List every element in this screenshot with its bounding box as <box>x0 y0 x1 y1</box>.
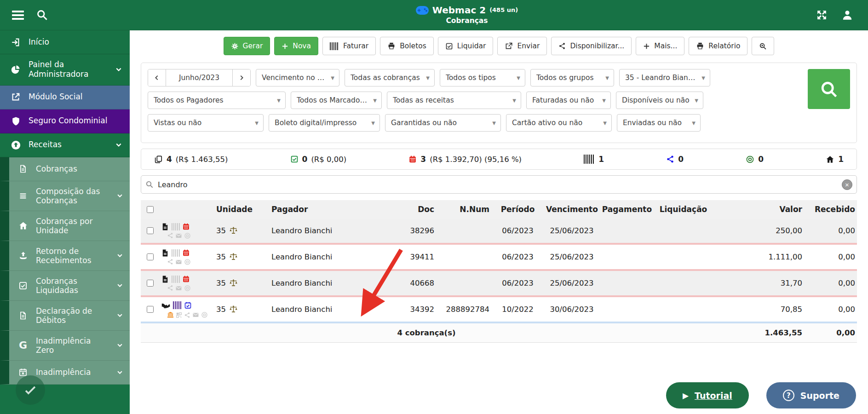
sidebar-item-inicio[interactable]: Início <box>0 30 130 54</box>
sidebar-item-modulo-social[interactable]: Módulo Social <box>0 86 130 109</box>
check-square-icon <box>445 42 453 50</box>
search-icon[interactable] <box>36 9 48 21</box>
sent-select[interactable]: Enviadas ou não▼ <box>617 114 701 132</box>
stat-shared: 0 <box>666 155 684 164</box>
envelope-icon[interactable] <box>175 232 182 239</box>
feedback-widget-button[interactable] <box>16 375 45 405</box>
table-row[interactable]: 35 Leandro Bianchi 38296 06/2023 25/06/2… <box>141 218 857 245</box>
scales-icon[interactable] <box>229 305 238 314</box>
row-checkbox[interactable] <box>147 253 154 260</box>
nova-button[interactable]: Nova <box>274 37 318 55</box>
select-all-checkbox[interactable] <box>147 206 154 213</box>
row-checkbox[interactable] <box>147 306 154 313</box>
valor-value: 70,85 <box>712 305 804 314</box>
eye-icon[interactable] <box>201 311 208 318</box>
suporte-button[interactable]: ? Suporte <box>766 382 856 408</box>
envelope-icon[interactable] <box>175 285 182 292</box>
eye-icon[interactable] <box>184 259 191 265</box>
user-icon[interactable] <box>841 9 853 21</box>
card-active-select[interactable]: Cartão ativo ou não▼ <box>506 114 612 132</box>
scales-icon[interactable] <box>229 253 238 261</box>
charges-select[interactable]: Todas as cobranças▼ <box>345 69 435 86</box>
sidebar-subitem-cobrancas-liquidadas[interactable]: Cobranças Liquidadas <box>0 271 130 301</box>
invoiced-select[interactable]: Faturadas ou não▼ <box>526 92 611 109</box>
groups-select[interactable]: Todos os grupos▼ <box>530 69 614 86</box>
sidebar-item-painel-administradora[interactable]: Painel da Administradora <box>0 54 130 86</box>
table-row[interactable]: 35 Leandro Bianchi 39411 06/2023 25/06/2… <box>141 245 857 271</box>
clear-search-button[interactable]: × <box>842 179 852 190</box>
qr-code-icon[interactable] <box>176 312 182 318</box>
advanced-search-button[interactable] <box>752 37 774 55</box>
caret-down-icon: ▼ <box>277 98 281 103</box>
sidebar-item-receitas[interactable]: Receitas <box>0 133 130 157</box>
caret-down-icon: ▼ <box>512 98 516 103</box>
envelope-icon[interactable] <box>192 311 199 318</box>
share-nodes-icon[interactable] <box>167 285 173 291</box>
tutorial-button[interactable]: ▶ Tutorial <box>666 382 749 408</box>
scales-icon[interactable] <box>229 279 238 288</box>
sidebar-subitem-inadimplencia-zero[interactable]: G Inadimplência Zero <box>0 331 130 361</box>
eye-icon[interactable] <box>184 285 191 292</box>
main-content: Gerar Nova Faturar Boletos Liquidar E <box>130 30 868 414</box>
col-pagamento: Pagamento <box>599 205 655 214</box>
sidebar-subitem-declaracao-debitos[interactable]: Declaração de Débitos <box>0 301 130 331</box>
unit-select[interactable]: 35 - Leandro Bianchi▼ <box>619 69 710 86</box>
disponibilizar-button[interactable]: Disponibilizar... <box>551 37 632 55</box>
send-icon <box>505 42 513 50</box>
envelope-icon[interactable] <box>175 259 182 265</box>
seen-select[interactable]: Vistas ou não▼ <box>148 114 264 132</box>
menu-icon[interactable] <box>12 11 24 20</box>
sidebar-subitem-label: Cobranças Liquidadas <box>36 276 109 295</box>
button-label: Enviar <box>517 42 540 50</box>
prev-month-button[interactable] <box>148 69 166 86</box>
file-icon <box>17 164 29 173</box>
calendar-icon <box>408 155 417 163</box>
eye-icon[interactable] <box>184 232 191 239</box>
sidebar-subitem-composicao-cobrancas[interactable]: Composição das Cobranças <box>0 181 130 211</box>
row-checkbox[interactable] <box>147 280 154 287</box>
vencimento-value: 25/06/2023 <box>544 279 599 288</box>
col-pagador: Pagador <box>265 205 395 214</box>
share-nodes-icon[interactable] <box>167 259 173 265</box>
markers-select[interactable]: Todos os Marcadores▼ <box>291 92 382 109</box>
scales-icon[interactable] <box>229 226 238 235</box>
payers-select[interactable]: Todos os Pagadores▼ <box>148 92 286 109</box>
share-nodes-icon[interactable] <box>167 232 173 239</box>
revenues-select[interactable]: Todas as receitas▼ <box>387 92 521 109</box>
expand-icon[interactable] <box>816 9 828 21</box>
sidebar-subitem-label: Cobranças <box>36 164 77 173</box>
due-period-select[interactable]: Vencimento no perío...▼ <box>256 69 339 86</box>
pagador-value: Leandro Bianchi <box>265 253 395 261</box>
next-month-button[interactable] <box>233 69 250 86</box>
row-checkbox[interactable] <box>147 227 154 234</box>
search-input[interactable] <box>158 180 838 189</box>
boletos-button[interactable]: Boletos <box>380 37 434 55</box>
month-label[interactable]: Junho/2023 <box>166 69 233 86</box>
available-select[interactable]: Disponíveis ou não▼ <box>616 92 703 109</box>
faturar-button[interactable]: Faturar <box>322 37 376 55</box>
sidebar-subitem-cobrancas-por-unidade[interactable]: Cobranças por Unidade <box>0 211 130 241</box>
sidebar-item-seguro-condominial[interactable]: Seguro Condominial <box>0 109 130 133</box>
guaranteed-select[interactable]: Garantidas ou não▼ <box>385 114 501 132</box>
table-row[interactable]: 35 Leandro Bianchi 40668 06/2023 25/06/2… <box>141 271 857 297</box>
sidebar-subitem-cobrancas[interactable]: Cobranças <box>0 157 130 181</box>
bank-icon[interactable] <box>167 311 174 318</box>
boleto-type-select[interactable]: Boleto digital/impresso▼ <box>269 114 380 132</box>
mais-button[interactable]: Mais... <box>636 37 684 55</box>
liquidar-button[interactable]: Liquidar <box>438 37 494 55</box>
share-nodes-icon[interactable] <box>184 312 190 318</box>
topbar-left <box>0 9 118 21</box>
home-icon <box>17 221 29 230</box>
button-label: Mais... <box>654 42 677 50</box>
col-recebido: Recebido <box>804 205 857 214</box>
filters-panel: Junho/2023 Vencimento no perío...▼ Todas… <box>141 63 857 143</box>
filter-search-button[interactable] <box>808 69 850 109</box>
relatorio-button[interactable]: Relatório <box>689 37 747 55</box>
sidebar-subitem-retorno-recebimentos[interactable]: Retorno de Recebimentos <box>0 241 130 271</box>
table-row[interactable]: 35 Leandro Bianchi 34392 288892784 10/20… <box>141 297 857 323</box>
valor-value: 31,70 <box>712 279 804 288</box>
types-select[interactable]: Todos os tipos▼ <box>440 69 525 86</box>
gerar-button[interactable]: Gerar <box>224 37 270 55</box>
enviar-button[interactable]: Enviar <box>497 37 547 55</box>
recebido-value: 0,00 <box>804 226 857 235</box>
